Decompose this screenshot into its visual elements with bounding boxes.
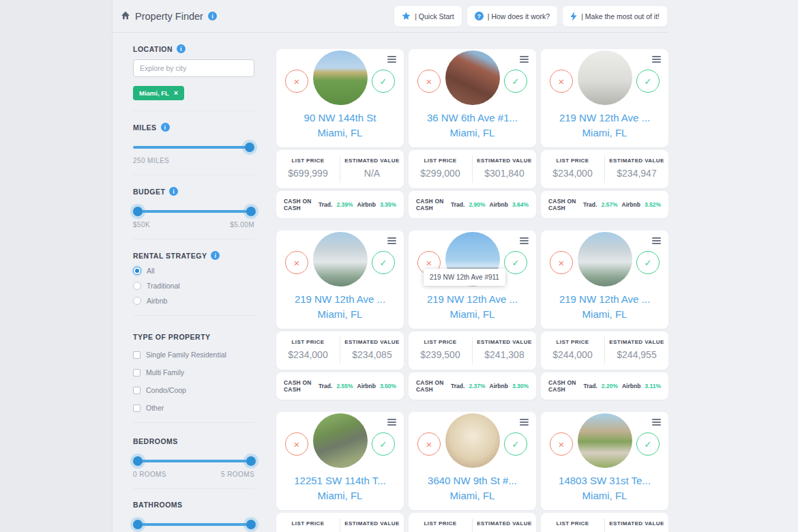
property-address-link[interactable]: 36 NW 6th Ave #1... <box>409 110 536 125</box>
budget-slider-min-handle[interactable] <box>133 207 143 216</box>
accept-button[interactable]: ✓ <box>372 432 395 456</box>
reject-button[interactable]: × <box>550 432 573 456</box>
reject-button[interactable]: × <box>285 251 308 274</box>
location-search-input[interactable] <box>133 59 254 77</box>
estimated-value-value: $241,308 <box>473 349 536 360</box>
check-icon: ✓ <box>380 76 387 87</box>
property-image[interactable] <box>445 413 500 468</box>
bathrooms-slider-max-handle[interactable] <box>246 520 256 529</box>
bathrooms-slider-min-handle[interactable] <box>133 520 143 529</box>
bathrooms-slider[interactable] <box>133 520 254 529</box>
accept-button[interactable]: ✓ <box>636 432 660 456</box>
property-image[interactable] <box>578 413 632 468</box>
property-city-link[interactable]: Miami, FL <box>276 488 404 503</box>
bedrooms-slider[interactable] <box>133 456 254 466</box>
budget-filter: BUDGET i $50K $5.00M <box>133 175 254 239</box>
reject-button[interactable]: × <box>285 432 308 456</box>
radio-all[interactable]: All <box>133 267 254 275</box>
property-image[interactable] <box>445 50 500 105</box>
radio-airbnb[interactable]: Airbnb <box>133 297 254 305</box>
property-card: × ✓ 12251 SW 114th T... Miami, FL LIST P… <box>276 407 404 532</box>
estimated-value-label: ESTIMATED VALUE <box>473 339 536 345</box>
cash-on-cash-label: CASH ON CASH <box>284 198 314 211</box>
info-icon[interactable]: i <box>208 12 217 20</box>
property-city-link[interactable]: Miami, FL <box>276 307 404 322</box>
budget-slider-max-handle[interactable] <box>246 207 256 216</box>
checkbox-single-family[interactable]: Single Family Residential <box>133 351 254 359</box>
checkbox-other[interactable]: Other <box>133 404 254 412</box>
property-address-link[interactable]: 219 NW 12th Ave ... <box>409 292 536 307</box>
miles-info-icon[interactable]: i <box>161 123 170 132</box>
property-city-link[interactable]: Miami, FL <box>276 125 404 141</box>
property-image[interactable] <box>313 50 368 105</box>
property-city-link[interactable]: Miami, FL <box>541 488 668 503</box>
airbnb-label: Airbnb <box>490 383 508 389</box>
property-address-link[interactable]: 3640 NW 9th St #... <box>409 473 536 488</box>
x-icon: × <box>559 76 565 87</box>
property-address-link[interactable]: 12251 SW 114th T... <box>276 473 404 488</box>
airbnb-value: 3.52% <box>645 201 661 208</box>
bolt-icon <box>570 12 577 21</box>
airbnb-label: Airbnb <box>490 201 508 208</box>
property-city-link[interactable]: Miami, FL <box>409 125 536 141</box>
checkbox-multi-family[interactable]: Multi Family <box>133 368 254 376</box>
location-info-icon[interactable]: i <box>177 44 186 53</box>
location-tag[interactable]: Miami, FL × <box>133 86 184 100</box>
list-price-value: $239,500 <box>409 349 472 360</box>
airbnb-value: 3.11% <box>645 383 661 389</box>
question-icon: ? <box>475 12 484 20</box>
airbnb-value: 3.30% <box>512 383 529 389</box>
how-does-it-work-button[interactable]: ? | How does it work? <box>467 6 557 27</box>
radio-traditional[interactable]: Traditional <box>133 282 254 290</box>
miles-slider[interactable] <box>133 143 254 152</box>
accept-button[interactable]: ✓ <box>636 251 660 274</box>
property-address-link[interactable]: 219 NW 12th Ave ... <box>541 292 668 307</box>
checkbox-icon <box>133 387 141 394</box>
list-price-label: LIST PRICE <box>409 520 472 527</box>
checkbox-condo-coop[interactable]: Condo/Coop <box>133 386 254 394</box>
make-the-most-button[interactable]: | Make the most out of it! <box>563 6 667 27</box>
property-address-link[interactable]: 219 NW 12th Ave ... <box>276 292 404 307</box>
miles-slider-handle[interactable] <box>245 143 254 152</box>
bedrooms-slider-min-handle[interactable] <box>133 456 143 466</box>
property-city-link[interactable]: Miami, FL <box>541 125 668 141</box>
rental-strategy-info-icon[interactable]: i <box>211 251 220 260</box>
property-address-link[interactable]: 90 NW 144th St <box>276 110 404 125</box>
list-price-label: LIST PRICE <box>541 339 604 345</box>
property-image[interactable] <box>578 232 632 286</box>
property-image[interactable] <box>313 413 368 468</box>
accept-button[interactable]: ✓ <box>636 70 660 93</box>
bedrooms-slider-max-handle[interactable] <box>246 456 256 466</box>
accept-button[interactable]: ✓ <box>504 70 527 93</box>
list-price-label: LIST PRICE <box>409 339 472 345</box>
property-city-link[interactable]: Miami, FL <box>409 307 536 322</box>
accept-button[interactable]: ✓ <box>504 432 527 456</box>
trad-label: Trad. <box>451 201 464 208</box>
property-image[interactable] <box>313 232 368 286</box>
checkbox-condo-coop-label: Condo/Coop <box>146 386 186 394</box>
airbnb-label: Airbnb <box>622 383 640 389</box>
reject-button[interactable]: × <box>417 432 441 456</box>
property-address-link[interactable]: 14803 SW 31st Te... <box>541 473 668 488</box>
property-address-link[interactable]: 219 NW 12th Ave ... <box>541 110 668 125</box>
page-header: Property Finder i | Quick Start ? | How … <box>113 0 668 33</box>
property-city-link[interactable]: Miami, FL <box>541 307 668 322</box>
budget-info-icon[interactable]: i <box>169 187 178 196</box>
quick-start-button[interactable]: | Quick Start <box>394 6 462 27</box>
reject-button[interactable]: × <box>285 70 308 93</box>
check-icon: ✓ <box>512 439 520 449</box>
reject-button[interactable]: × <box>550 70 573 93</box>
checkbox-single-family-label: Single Family Residential <box>146 351 226 359</box>
reject-button[interactable]: × <box>550 251 573 274</box>
accept-button[interactable]: ✓ <box>372 251 395 274</box>
accept-button[interactable]: ✓ <box>504 251 527 274</box>
estimated-value-label: ESTIMATED VALUE <box>340 520 404 527</box>
reject-button[interactable]: × <box>417 70 441 93</box>
property-city-link[interactable]: Miami, FL <box>409 488 536 503</box>
checkbox-other-label: Other <box>146 404 164 412</box>
budget-slider[interactable] <box>133 207 254 216</box>
tag-close-icon[interactable]: × <box>174 89 178 97</box>
accept-button[interactable]: ✓ <box>372 70 395 93</box>
main-area: Property Finder i | Quick Start ? | How … <box>113 0 668 532</box>
property-image[interactable] <box>578 50 632 105</box>
